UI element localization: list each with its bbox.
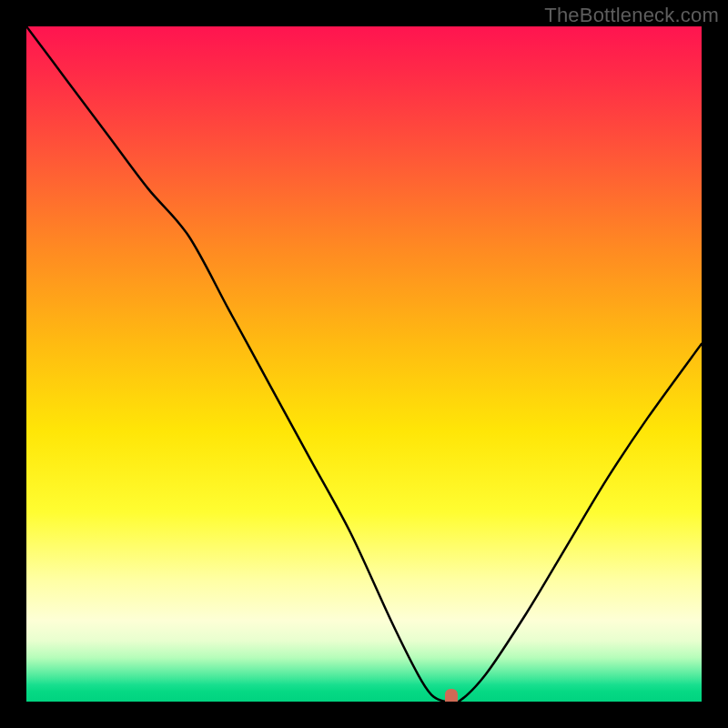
watermark-text: TheBottleneck.com (544, 4, 719, 27)
plot-area (26, 26, 702, 702)
marker-dot (445, 689, 458, 702)
bottleneck-curve (26, 26, 702, 702)
chart-frame: TheBottleneck.com (0, 0, 728, 728)
curve-path (26, 26, 702, 702)
